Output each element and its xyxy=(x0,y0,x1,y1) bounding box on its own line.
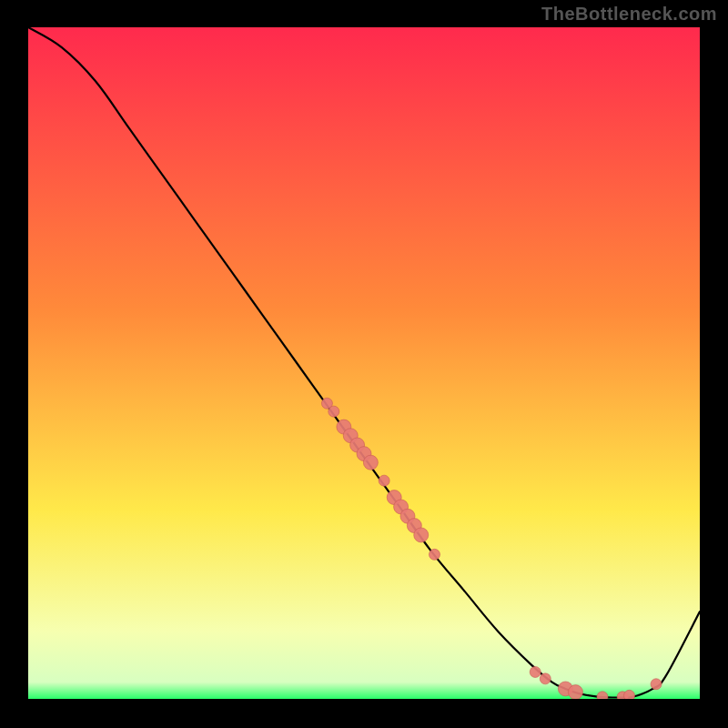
data-marker xyxy=(540,673,551,684)
chart-container: TheBottleneck.com xyxy=(0,0,728,728)
data-marker xyxy=(568,685,582,699)
watermark-text: TheBottleneck.com xyxy=(541,4,717,25)
data-marker xyxy=(414,528,429,542)
data-marker xyxy=(429,549,440,560)
data-marker xyxy=(329,406,339,417)
data-marker xyxy=(651,679,662,690)
data-marker xyxy=(379,475,389,486)
data-marker xyxy=(530,666,541,677)
chart-svg xyxy=(28,27,700,699)
data-marker xyxy=(363,455,378,470)
plot-area xyxy=(28,27,700,699)
data-marker xyxy=(624,690,635,699)
